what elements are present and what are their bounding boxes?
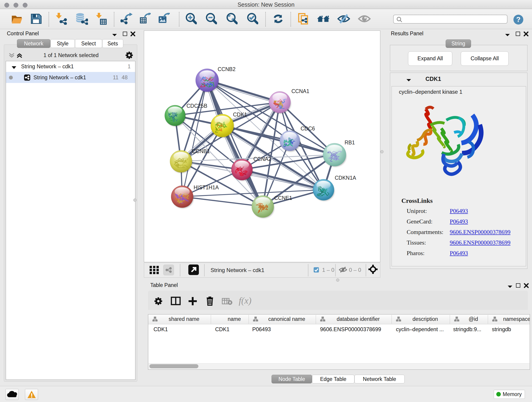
svg-text:CDC6: CDC6 xyxy=(301,126,315,132)
svg-text:CDC25B: CDC25B xyxy=(186,103,207,109)
svg-text:CCNA2: CCNA2 xyxy=(253,156,271,162)
svg-text:CCNB1: CCNB1 xyxy=(192,148,210,154)
svg-text:CCNE1: CCNE1 xyxy=(274,195,292,201)
svg-text:HIST1H1A: HIST1H1A xyxy=(194,185,219,191)
svg-text:CCNA1: CCNA1 xyxy=(291,88,309,94)
svg-text:CDKN1A: CDKN1A xyxy=(335,175,356,181)
svg-text:RB1: RB1 xyxy=(345,140,355,146)
svg-text:CDK1: CDK1 xyxy=(233,112,247,118)
svg-text:CCNB2: CCNB2 xyxy=(218,66,235,72)
